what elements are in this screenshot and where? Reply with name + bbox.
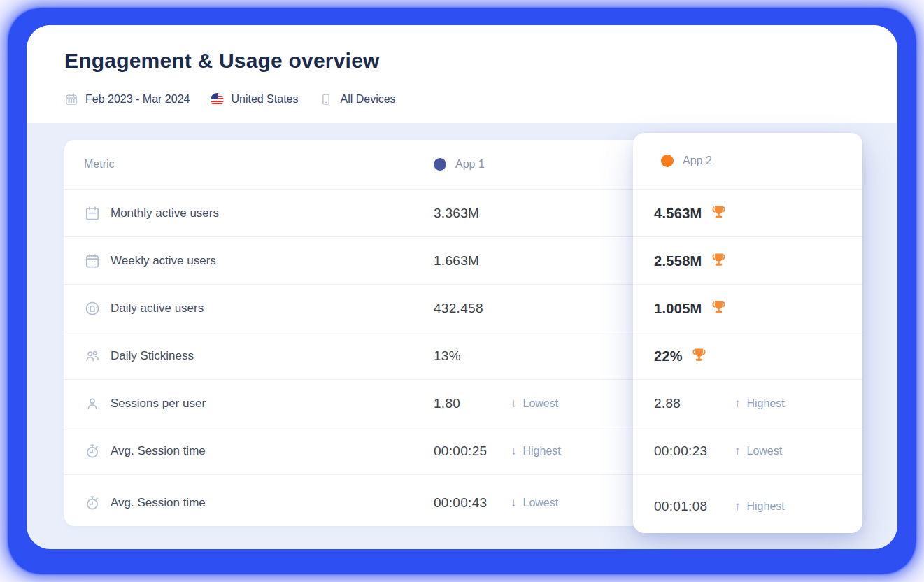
- daily-circle-icon: [84, 300, 101, 317]
- page-title: Engagement & Usage overview: [64, 49, 380, 73]
- us-flag-icon: [211, 93, 224, 106]
- calendar-days-icon: [84, 253, 101, 269]
- app2-value-group: 22%: [654, 347, 709, 364]
- app2-row: 00:01:08↑Highest: [633, 474, 862, 538]
- metric-label: Monthly active users: [111, 206, 219, 220]
- mobile-device-icon: [319, 92, 333, 106]
- app2-header-row: App 2: [633, 133, 862, 189]
- app2-value: 00:00:23: [654, 443, 707, 459]
- app2-value-group: 00:00:23: [654, 443, 707, 459]
- app1-value: 13%: [434, 348, 461, 364]
- metric-label: Daily Stickiness: [111, 349, 194, 363]
- app1-rank-tag: ↓Lowest: [511, 397, 558, 411]
- app2-row: 1.005M: [633, 284, 862, 332]
- app2-rank-tag: ↑Highest: [734, 397, 785, 411]
- arrow-down-icon: ↓: [511, 397, 517, 411]
- app2-value: 4.563M: [654, 205, 702, 221]
- app2-rank-tag: ↑Lowest: [734, 444, 782, 458]
- trophy-icon: [709, 298, 728, 317]
- screenshot-stage: Engagement & Usage overview Feb 2023 - M…: [0, 0, 924, 582]
- app1-value: 00:00:25: [434, 443, 487, 459]
- arrow-up-icon: ↑: [734, 444, 741, 458]
- metric-label: Avg. Session time: [111, 496, 206, 510]
- app2-winner-card: App 2 4.563M2.558M1.005M22%2.88↑Highest0…: [633, 133, 862, 533]
- app2-value: 2.88: [654, 396, 681, 411]
- metric-column-header: Metric: [84, 158, 115, 171]
- app1-rank-tag: ↓Lowest: [511, 496, 558, 510]
- arrow-down-icon: ↓: [511, 496, 517, 510]
- users-icon: [84, 348, 101, 364]
- metric-label: Avg. Session time: [111, 444, 206, 458]
- rank-label: Lowest: [747, 445, 783, 457]
- app2-value-group: 1.005M: [654, 299, 728, 317]
- trophy-icon: [709, 203, 728, 222]
- app2-row: 2.558M: [633, 236, 862, 284]
- filter-row: Feb 2023 - Mar 2024 United States All De…: [64, 92, 396, 106]
- app1-column-header: App 1: [434, 158, 485, 171]
- app2-value: 1.005M: [654, 300, 702, 316]
- app2-row: 00:00:23↑Lowest: [633, 427, 862, 474]
- metric-label: Weekly active users: [111, 254, 216, 268]
- app1-dot-icon: [434, 158, 446, 171]
- calendar-icon: [64, 92, 78, 106]
- app2-value-group: 2.558M: [654, 252, 728, 269]
- app1-rank-tag: ↓Highest: [511, 444, 561, 458]
- trophy-icon: [690, 346, 709, 364]
- app2-value-group: 2.88: [654, 396, 681, 411]
- app2-value: 00:01:08: [654, 499, 707, 514]
- app1-value: 1.80: [434, 396, 460, 411]
- trophy-icon: [709, 250, 728, 269]
- app2-body: 4.563M2.558M1.005M22%2.88↑Highest00:00:2…: [633, 189, 862, 538]
- dashboard-card: Engagement & Usage overview Feb 2023 - M…: [27, 25, 897, 549]
- rank-label: Highest: [747, 500, 785, 513]
- country-filter[interactable]: United States: [211, 93, 298, 106]
- date-range-label: Feb 2023 - Mar 2024: [85, 93, 190, 106]
- app1-label: App 1: [455, 158, 485, 171]
- app2-label: App 2: [683, 155, 712, 167]
- country-label: United States: [231, 93, 298, 106]
- arrow-down-icon: ↓: [511, 444, 517, 458]
- rank-label: Lowest: [523, 497, 559, 509]
- app2-value: 2.558M: [654, 253, 702, 269]
- date-range-filter[interactable]: Feb 2023 - Mar 2024: [64, 92, 190, 106]
- rank-label: Lowest: [523, 397, 559, 410]
- app2-value: 22%: [654, 348, 683, 364]
- arrow-up-icon: ↑: [734, 397, 741, 411]
- metric-label: Sessions per user: [111, 397, 206, 411]
- app1-value: 3.363M: [434, 206, 479, 221]
- app2-dot-icon: [661, 155, 674, 167]
- app2-row: 22%: [633, 332, 862, 379]
- app2-value-group: 4.563M: [654, 204, 728, 222]
- devices-label: All Devices: [340, 93, 395, 106]
- app1-value: 00:00:43: [434, 495, 487, 511]
- rank-label: Highest: [747, 397, 785, 410]
- app1-value: 432.458: [434, 301, 483, 316]
- page-header: Engagement & Usage overview Feb 2023 - M…: [27, 25, 897, 123]
- arrow-up-icon: ↑: [734, 499, 741, 513]
- devices-filter[interactable]: All Devices: [319, 92, 395, 106]
- stopwatch-icon: [84, 443, 101, 460]
- rank-label: Highest: [523, 445, 561, 457]
- user-icon: [84, 395, 101, 412]
- app2-rank-tag: ↑Highest: [734, 499, 785, 513]
- calendar-lines-icon: [84, 205, 101, 222]
- app2-row: 4.563M: [633, 189, 862, 236]
- metric-label: Daily active users: [111, 301, 204, 315]
- app2-column-header: App 2: [661, 155, 712, 167]
- app2-value-group: 00:01:08: [654, 499, 707, 514]
- app2-row: 2.88↑Highest: [633, 379, 862, 427]
- stopwatch-icon: [84, 495, 101, 511]
- app1-value: 1.663M: [434, 253, 479, 269]
